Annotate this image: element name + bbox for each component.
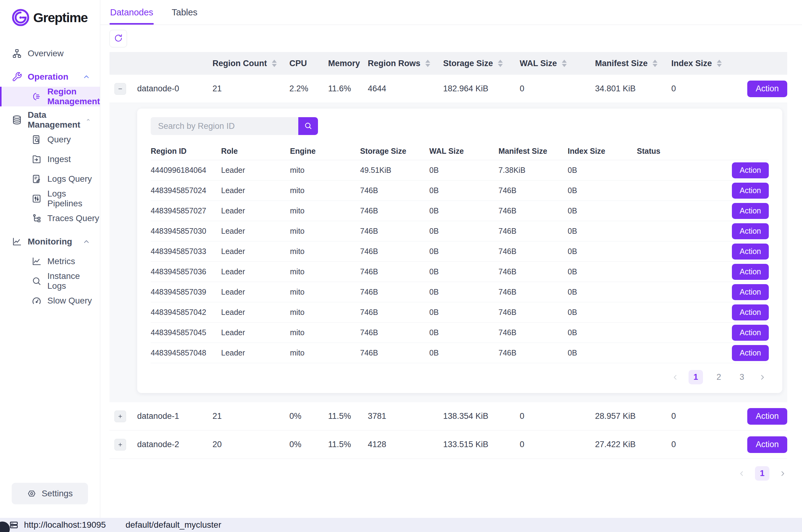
column-header-index-size[interactable]: Index Size	[671, 59, 745, 68]
sidebar-item-label: Instance Logs	[47, 271, 100, 291]
region-role: Leader	[221, 267, 290, 276]
region-manifest-size: 746B	[498, 227, 568, 235]
sidebar-item-data-management[interactable]: Data Management	[0, 110, 100, 130]
sidebar-item-operation[interactable]: Operation	[0, 67, 100, 87]
expand-cell	[110, 83, 137, 95]
action-button-label: Action	[756, 440, 779, 449]
datanode-region-rows: 4128	[368, 440, 443, 449]
region-engine: mito	[290, 267, 360, 276]
datanode-memory: 11.5%	[328, 440, 368, 449]
column-header-manifest-size[interactable]: Manifest Size	[595, 59, 671, 68]
datanode-manifest-size: 34.801 KiB	[595, 84, 671, 94]
sort-icon[interactable]	[652, 60, 657, 67]
expand-button[interactable]	[114, 411, 126, 422]
action-button[interactable]: Action	[732, 203, 769, 219]
region-action-cell: Action	[706, 325, 769, 341]
datanode-memory: 11.6%	[328, 84, 368, 94]
search-button[interactable]	[298, 117, 318, 135]
action-button[interactable]: Action	[747, 80, 787, 97]
region-role: Leader	[221, 348, 290, 357]
gauge-icon	[31, 296, 42, 306]
search-input[interactable]	[151, 117, 298, 135]
action-button[interactable]: Action	[732, 264, 769, 280]
column-header-label: Index Size	[671, 59, 712, 68]
action-button[interactable]: Action	[732, 284, 769, 300]
column-header-wal-size[interactable]: WAL Size	[520, 59, 595, 68]
page-button-1[interactable]: 1	[689, 370, 703, 384]
region-region-id: 4483945857027	[151, 206, 221, 215]
action-button[interactable]: Action	[732, 345, 769, 361]
datanode-name-label: datanode-0	[137, 84, 179, 94]
sort-icon[interactable]	[425, 60, 430, 67]
action-button-label: Action	[740, 166, 761, 175]
refresh-button[interactable]	[110, 30, 127, 48]
region-wal-size: 0B	[429, 287, 498, 297]
sitemap-icon	[12, 48, 22, 59]
region-wal-size: 0B	[429, 247, 498, 256]
action-button[interactable]: Action	[747, 408, 787, 425]
sidebar-item-query[interactable]: Query	[0, 130, 100, 149]
region-manifest-size: 746B	[498, 328, 568, 337]
chevron-up-icon	[86, 116, 91, 124]
logo[interactable]: Greptime	[0, 7, 100, 28]
region-engine: mito	[290, 247, 360, 256]
sort-icon[interactable]	[562, 60, 567, 67]
expand-cell	[110, 439, 137, 451]
prev-page-button[interactable]	[737, 469, 746, 478]
action-button-label: Action	[740, 308, 761, 317]
sidebar-item-logs-pipelines[interactable]: Logs Pipelines	[0, 189, 100, 209]
region-index-size: 0B	[568, 206, 637, 215]
page-button-2[interactable]: 2	[712, 370, 726, 384]
tree-icon	[31, 213, 42, 224]
sort-icon[interactable]	[717, 60, 722, 67]
tab-datanodes-label: Datanodes	[110, 7, 153, 18]
settings-button[interactable]: Settings	[12, 483, 88, 504]
sidebar-item-instance-logs[interactable]: Instance Logs	[0, 271, 100, 291]
logo-text: Greptime	[33, 10, 88, 25]
column-header-storage-size[interactable]: Storage Size	[443, 59, 520, 68]
sidebar-item-ingest[interactable]: Ingest	[0, 149, 100, 169]
tab-datanodes[interactable]: Datanodes	[110, 0, 154, 25]
action-button-label: Action	[740, 227, 761, 235]
datanode-wal-size: 0	[520, 412, 595, 421]
page-button-1[interactable]: 1	[755, 466, 769, 481]
sidebar-item-region-management[interactable]: Region Management	[0, 87, 100, 107]
datanode-storage-size: 138.354 KiB	[443, 412, 520, 421]
action-button[interactable]: Action	[732, 183, 769, 199]
region-wal-size: 0B	[429, 227, 498, 235]
tab-tables[interactable]: Tables	[171, 0, 198, 25]
prev-page-button[interactable]	[671, 373, 680, 382]
expand-button[interactable]	[114, 439, 126, 451]
column-header-region-count[interactable]: Region Count	[212, 59, 289, 68]
action-button[interactable]: Action	[747, 436, 787, 453]
sidebar-item-slow-query[interactable]: Slow Query	[0, 291, 100, 310]
action-button[interactable]: Action	[732, 163, 769, 178]
sidebar-item-monitoring[interactable]: Monitoring	[0, 232, 100, 251]
action-button[interactable]: Action	[732, 325, 769, 341]
sort-icon[interactable]	[272, 60, 277, 67]
server-icon	[9, 520, 18, 530]
region-engine: mito	[290, 166, 360, 175]
sort-icon[interactable]	[498, 60, 503, 67]
action-button[interactable]: Action	[732, 244, 769, 260]
action-button[interactable]: Action	[732, 223, 769, 239]
column-header-label: CPU	[289, 59, 307, 68]
chart-icon	[31, 256, 42, 267]
sidebar-item-metrics[interactable]: Metrics	[0, 251, 100, 271]
file-edit-icon	[31, 174, 42, 184]
region-row: 4483945857024Leadermito746B0B746B0BActio…	[151, 180, 769, 201]
next-page-button[interactable]	[778, 469, 787, 478]
region-action-cell: Action	[706, 345, 769, 361]
file-search-icon	[31, 134, 42, 145]
region-region-id: 4483945857039	[151, 287, 221, 297]
page-button-3[interactable]: 3	[734, 370, 749, 384]
action-button[interactable]: Action	[732, 304, 769, 320]
next-page-button[interactable]	[758, 373, 767, 382]
column-header-region-rows[interactable]: Region Rows	[368, 59, 443, 68]
datanode-region-count: 21	[212, 84, 289, 94]
sidebar-item-overview[interactable]: Overview	[0, 44, 100, 63]
sidebar-item-label: Monitoring	[28, 237, 72, 247]
sidebar-item-logs-query[interactable]: Logs Query	[0, 169, 100, 189]
collapse-button[interactable]	[114, 83, 126, 95]
sidebar-item-traces-query[interactable]: Traces Query	[0, 209, 100, 228]
